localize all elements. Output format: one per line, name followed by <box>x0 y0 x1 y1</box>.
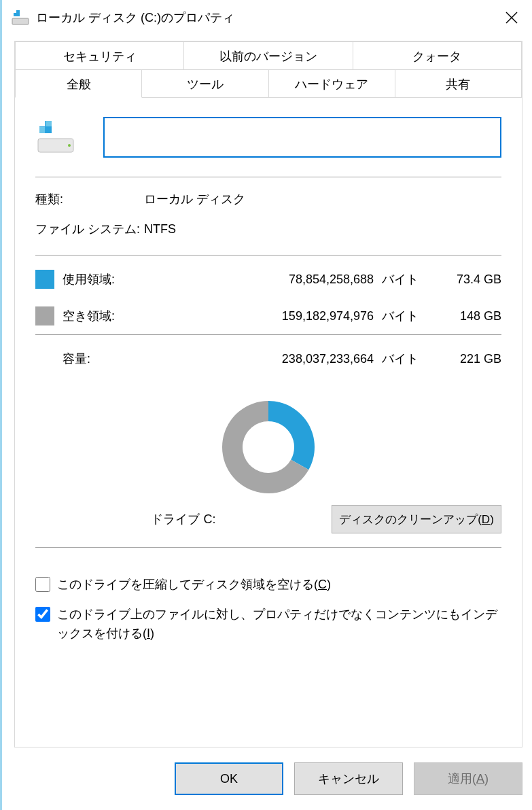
svg-point-6 <box>68 144 71 147</box>
svg-rect-2 <box>14 10 16 13</box>
index-drive-checkbox[interactable] <box>35 607 50 622</box>
capacity-bytes: 238,037,233,664 <box>164 352 379 366</box>
type-label: 種類: <box>35 191 144 207</box>
type-value: ローカル ディスク <box>144 191 245 207</box>
tab-previous-versions[interactable]: 以前のバージョン <box>183 41 353 70</box>
disk-cleanup-button[interactable]: ディスクのクリーンアップ(D) <box>332 505 501 533</box>
apply-button[interactable]: 適用(A) <box>414 762 522 795</box>
drive-letter-label: ドライブ C: <box>35 511 332 527</box>
index-drive-label: このドライブ上のファイルに対し、プロパティだけでなくコンテンツにもインデックスを… <box>57 605 501 643</box>
filesystem-label: ファイル システム: <box>35 221 144 237</box>
bytes-unit: バイト <box>379 351 420 367</box>
ok-button[interactable]: OK <box>175 762 283 795</box>
used-space-row: 使用領域: 78,854,258,688 バイト 73.4 GB <box>35 261 501 298</box>
free-space-bytes: 159,182,974,976 <box>164 309 379 323</box>
close-icon <box>506 12 518 24</box>
separator <box>35 255 501 256</box>
compress-drive-checkbox[interactable] <box>35 577 50 592</box>
free-space-row: 空き領域: 159,182,974,976 バイト 148 GB <box>35 298 501 334</box>
tab-hardware[interactable]: ハードウェア <box>268 69 395 98</box>
cancel-button[interactable]: キャンセル <box>294 762 403 795</box>
filesystem-value: NTFS <box>144 222 176 236</box>
separator <box>35 547 501 548</box>
titlebar: ローカル ディスク (C:)のプロパティ <box>2 0 532 35</box>
window-title: ローカル ディスク (C:)のプロパティ <box>36 10 491 26</box>
cleanup-mnemonic: D <box>482 513 490 526</box>
svg-rect-8 <box>39 121 45 126</box>
free-space-gb: 148 GB <box>420 309 501 323</box>
capacity-gb: 221 GB <box>420 352 501 366</box>
bytes-unit: バイト <box>379 271 420 287</box>
drive-icon <box>12 9 29 27</box>
volume-label-input[interactable] <box>103 117 501 158</box>
compress-drive-checkbox-row[interactable]: このドライブを圧縮してディスク領域を空ける(C) <box>35 575 501 594</box>
tab-tools[interactable]: ツール <box>141 69 268 98</box>
used-space-gb: 73.4 GB <box>420 272 501 287</box>
tab-quota[interactable]: クォータ <box>353 41 522 70</box>
tab-strip: セキュリティ 以前のバージョン クォータ 全般 ツール ハードウェア 共有 <box>15 41 522 98</box>
compress-drive-label: このドライブを圧縮してディスク領域を空ける(C) <box>57 575 331 594</box>
drive-large-icon <box>35 117 76 158</box>
svg-rect-10 <box>39 127 45 133</box>
cleanup-label-pre: ディスクのクリーンアップ( <box>339 513 482 526</box>
svg-rect-0 <box>12 18 29 24</box>
close-button[interactable] <box>491 0 532 35</box>
tab-security[interactable]: セキュリティ <box>15 41 184 70</box>
tab-general[interactable]: 全般 <box>15 69 142 98</box>
free-space-label: 空き領域: <box>63 308 164 324</box>
capacity-label: 容量: <box>63 351 164 367</box>
dialog-button-bar: OK キャンセル 適用(A) <box>175 762 522 795</box>
bytes-unit: バイト <box>379 308 420 324</box>
cleanup-label-post: ) <box>490 513 494 526</box>
used-space-label: 使用領域: <box>63 271 164 287</box>
index-drive-checkbox-row[interactable]: このドライブ上のファイルに対し、プロパティだけでなくコンテンツにもインデックスを… <box>35 605 501 643</box>
separator <box>35 177 501 177</box>
used-space-swatch <box>35 270 54 289</box>
disk-usage-pie-chart <box>217 396 319 498</box>
svg-rect-9 <box>46 121 52 126</box>
free-space-swatch <box>35 306 54 325</box>
tab-sharing[interactable]: 共有 <box>395 69 522 98</box>
tab-content-general: 種類: ローカル ディスク ファイル システム: NTFS 使用領域: 78,8… <box>15 98 522 661</box>
used-space-bytes: 78,854,258,688 <box>164 272 379 287</box>
dialog-body: セキュリティ 以前のバージョン クォータ 全般 ツール ハードウェア 共有 <box>14 41 522 747</box>
